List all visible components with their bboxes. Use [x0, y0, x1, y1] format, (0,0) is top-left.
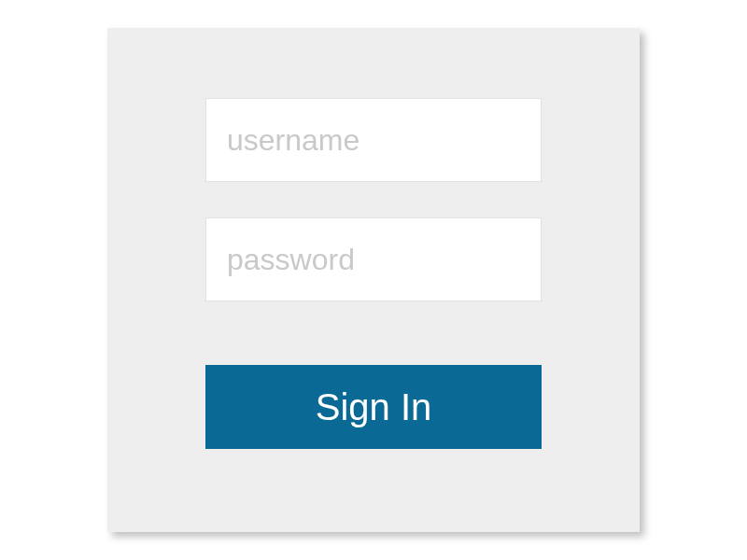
username-input[interactable] [205, 98, 542, 182]
signin-button[interactable]: Sign In [205, 365, 542, 449]
login-card: Sign In [107, 28, 640, 532]
password-input[interactable] [205, 217, 542, 301]
